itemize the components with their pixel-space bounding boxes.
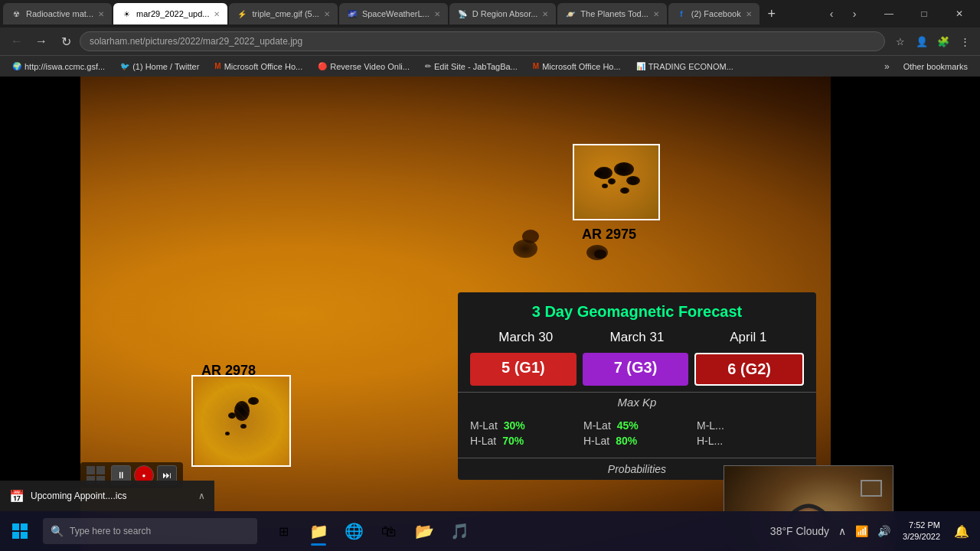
tab-scroll-left[interactable]: ‹ [821,3,842,24]
back-button[interactable]: ← [6,31,28,52]
bookmark-reverse[interactable]: 🔴 Reverse Video Onli... [312,60,416,73]
bookmark-ms1[interactable]: M Microsoft Office Ho... [208,60,309,73]
forecast-date-3: April 1 [698,330,798,345]
tab-favicon-6: 🪐 [565,8,576,19]
tab-favicon-7: f [676,8,687,19]
sunspot-center-core [522,230,539,243]
tab-dregion[interactable]: 📡 D Region Absor... ✕ [449,3,557,24]
tab-close-2[interactable]: ✕ [214,10,220,18]
profile-button[interactable]: 👤 [913,32,931,51]
volume-icon[interactable]: 🔊 [874,522,893,540]
taskbar-file-explorer[interactable]: 📁 [302,514,335,548]
bookmarks-more-button[interactable]: » [880,60,894,73]
tab-title-6: The Planets Tod... [580,9,648,18]
search-placeholder-text: Type here to search [70,526,151,536]
forecast-levels: 5 (G1) 7 (G3) 6 (G2) [458,353,816,392]
system-clock[interactable]: 7:52 PM 3/29/2022 [897,520,946,543]
tab-close-1[interactable]: ✕ [98,10,104,18]
chevron-up-icon[interactable]: ∧ [198,491,205,501]
ar2978-label: AR 2978 [201,363,256,379]
prob-row-1-mlat: M-Lat 30% [470,419,577,432]
tab-favicon-3: ⚡ [237,8,247,19]
prob-col-2: M-Lat 45% H-Lat 80% [583,419,691,450]
bookmark-label-1: http://iswa.ccmc.gsf... [24,62,105,71]
notification-center-button[interactable]: 🔔 [949,519,974,543]
taskbar-photos[interactable]: 📂 [407,514,441,548]
search-icon: 🔍 [51,525,64,537]
tab-title-2: mar29_2022_upd... [136,9,209,18]
tab-close-5[interactable]: ✕ [542,10,548,18]
prob-label-1-hlat: H-Lat [470,435,496,447]
bookmark-favicon-2: 🐦 [120,62,129,70]
bookmark-favicon-6: M [533,62,539,70]
prob-label-1-mlat: M-Lat [470,419,498,432]
refresh-button[interactable]: ↻ [55,31,77,52]
upcoming-appointment: 📅 Upcoming Appoint....ics ∧ [0,481,214,511]
bookmark-star-button[interactable]: ☆ [891,32,910,51]
extension-puzzle-button[interactable]: 🧩 [934,32,952,51]
tab-solarham[interactable]: ☀ mar29_2022_upd... ✕ [113,3,227,24]
maximize-button[interactable]: □ [906,3,942,24]
tab-close-6[interactable]: ✕ [653,10,659,18]
bookmark-ms2[interactable]: M Microsoft Office Ho... [527,60,627,73]
more-options-button[interactable]: ⋮ [956,32,974,51]
tab-close-4[interactable]: ✕ [434,10,440,18]
forecast-title: 3 Day Geomagnetic Forecast [458,292,816,327]
forecast-level-3: 6 (G2) [694,353,804,386]
tab-spaceweather[interactable]: 🌌 SpaceWeatherL... ✕ [339,3,448,24]
tab-scroll-right[interactable]: › [844,3,865,24]
bookmark-label-6: Microsoft Office Ho... [542,62,621,71]
close-button[interactable]: ✕ [942,3,977,24]
start-button[interactable] [0,511,40,551]
taskbar-task-view[interactable]: ⊞ [266,514,300,548]
prob-col-3: M-L... H-L... [697,419,804,450]
bookmark-favicon-3: M [214,62,220,70]
tab-close-7[interactable]: ✕ [746,10,752,18]
bookmark-iswa[interactable]: 🌍 http://iswa.ccmc.gsf... [6,60,111,73]
prob-col-1: M-Lat 30% H-Lat 70% [470,419,577,450]
bookmark-favicon-7: 📊 [636,62,645,70]
ar2975-box [573,144,660,220]
taskbar-apps: ⊞ 📁 🌐 🛍 📂 🎵 [260,514,767,548]
prob-val-2-hlat: 80% [616,435,637,447]
prob-val-1-mlat: 30% [504,419,525,432]
minimize-button[interactable]: — [871,3,906,24]
calendar-icon: 📅 [9,489,24,504]
prob-val-2-mlat: 45% [617,419,639,432]
tab-radioactive[interactable]: ☢ Radioactive mat... ✕ [3,3,112,24]
tab-close-3[interactable]: ✕ [324,10,330,18]
tab-favicon-1: ☢ [11,8,21,19]
taskbar-edge[interactable]: 🌐 [337,514,371,548]
address-field[interactable]: solarham.net/pictures/2022/mar29_2022_up… [80,31,885,51]
forecast-probs: M-Lat 30% H-Lat 70% M-Lat 45% H-Lat 80% [458,412,816,458]
taskbar-music[interactable]: 🎵 [443,514,476,548]
bookmark-favicon-4: 🔴 [318,62,327,70]
address-text: solarham.net/pictures/2022/mar29_2022_up… [90,36,302,47]
main-content: AR 2975 🔍 AR 2978 3 Day Geomagnetic Fore… [0,77,980,551]
browser-chrome: ☢ Radioactive mat... ✕ ☀ mar29_2022_upd.… [0,0,980,77]
tab-facebook[interactable]: f (2) Facebook ✕ [668,3,760,24]
taskbar-search-box[interactable]: 🔍 Type here to search [43,518,257,544]
tab-title-4: SpaceWeatherL... [362,9,430,18]
bookmark-label-7: TRADING ECONOM... [648,62,733,71]
other-bookmarks-button[interactable]: Other bookmarks [897,60,974,73]
bookmark-label-3: Microsoft Office Ho... [224,62,303,71]
weather-display[interactable]: 38°F Cloudy [767,522,832,540]
bookmark-trading[interactable]: 📊 TRADING ECONOM... [630,60,740,73]
bookmark-twitter[interactable]: 🐦 (1) Home / Twitter [114,60,205,73]
forecast-level-1: 5 (G1) [470,353,577,386]
network-icon[interactable]: 📶 [852,522,871,540]
ar2978-box [191,375,291,467]
wall-frame [861,480,882,497]
up-arrow-icon[interactable]: ∧ [835,522,849,540]
taskbar-store[interactable]: 🛍 [372,514,406,548]
bookmark-editsite[interactable]: ✏ Edit Site - JabTagBa... [419,60,524,73]
prob-row-3-hlat: H-L... [697,435,804,447]
taskbar: 🔍 Type here to search ⊞ 📁 🌐 🛍 📂 🎵 38°F C… [0,511,980,551]
tab-planets[interactable]: 🪐 The Planets Tod... ✕ [557,3,666,24]
forward-button[interactable]: → [31,31,52,52]
tab-title-3: triple_cme.gif (5... [252,9,318,18]
tab-cme[interactable]: ⚡ triple_cme.gif (5... ✕ [229,3,337,24]
new-tab-button[interactable]: + [761,3,782,24]
tab-favicon-5: 📡 [457,8,468,19]
